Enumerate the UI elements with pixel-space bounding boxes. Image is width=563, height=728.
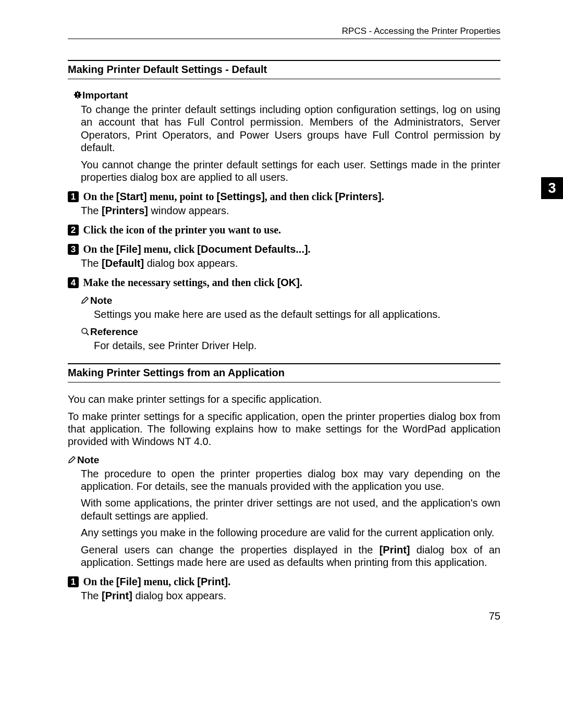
- pencil-icon: [68, 455, 76, 466]
- reference-label: Reference: [90, 326, 138, 337]
- step-text: Click the icon of the printer you want t…: [83, 224, 281, 236]
- important-paragraph-2: You cannot change the printer default se…: [81, 158, 500, 184]
- step-text: .: [228, 576, 230, 587]
- step-text: menu, click: [141, 576, 198, 587]
- step-text: .: [382, 191, 384, 202]
- note2-p2: With some applications, the printer driv…: [81, 497, 500, 522]
- important-paragraph-1: To change the printer default settings i…: [81, 103, 500, 154]
- step-1: 1 On the [Start] menu, point to [Setting…: [68, 191, 500, 203]
- svg-rect-1: [77, 93, 78, 95]
- step-text: menu, click: [141, 243, 198, 255]
- step-number-icon: 1: [68, 191, 79, 202]
- ui-label: [Start]: [116, 191, 147, 202]
- note-label: Note: [77, 454, 99, 465]
- reference-text: For details, see Printer Driver Help.: [94, 339, 500, 352]
- section2-intro-1: You can make printer settings for a spec…: [68, 393, 500, 405]
- section2-step-1-result: The [Print] dialog box appears.: [81, 590, 500, 602]
- important-label: Important: [82, 90, 128, 101]
- section-heading-1: Making Printer Default Settings - Defaul…: [68, 60, 500, 79]
- note2-p1: The procedure to open the printer proper…: [81, 467, 500, 493]
- ui-label: [Print]: [197, 576, 228, 587]
- note-block-2: Note: [68, 454, 500, 466]
- step-number-icon: 2: [68, 225, 79, 236]
- header-text: RPCS - Accessing the Printer Properties: [68, 26, 500, 39]
- svg-line-4: [87, 333, 89, 335]
- step-1-result: The [Printers] window appears.: [81, 205, 500, 217]
- page-header: RPCS - Accessing the Printer Properties: [68, 26, 500, 39]
- pencil-icon: [81, 295, 89, 307]
- step-text: , and then click: [265, 191, 335, 202]
- step-text: .: [308, 243, 311, 255]
- chapter-tab: 3: [541, 177, 563, 199]
- ui-label: [Printers]: [335, 191, 382, 202]
- note-text: Settings you make here are used as the d…: [94, 308, 500, 320]
- page-number: 75: [68, 610, 500, 622]
- important-block: Important To change the printer default …: [68, 90, 500, 183]
- ui-label: [Document Defaults...]: [197, 243, 308, 255]
- section-heading-2: Making Printer Settings from an Applicat…: [68, 363, 500, 382]
- step-text: menu, point to: [147, 191, 217, 202]
- svg-rect-2: [77, 96, 78, 97]
- note-label: Note: [90, 295, 112, 306]
- ui-label: [OK]: [277, 277, 300, 288]
- svg-point-3: [82, 328, 87, 334]
- step-3-result: The [Default] dialog box appears.: [81, 257, 500, 269]
- note-block: Note: [81, 295, 500, 307]
- note2-p4: General users can change the properties …: [81, 544, 500, 569]
- document-page: 3 RPCS - Accessing the Printer Propertie…: [0, 0, 563, 638]
- section2-step-1: 1 On the [File] menu, click [Print].: [68, 576, 500, 588]
- step-3: 3 On the [File] menu, click [Document De…: [68, 243, 500, 255]
- step-text: On the: [83, 243, 116, 255]
- step-number-icon: 4: [68, 277, 79, 288]
- ui-label: [File]: [116, 243, 141, 255]
- note2-p3: Any settings you make in the following p…: [81, 526, 500, 539]
- magnifier-icon: [81, 327, 89, 338]
- ui-label: [Settings]: [217, 191, 265, 202]
- step-text: .: [300, 277, 302, 288]
- step-number-icon: 3: [68, 244, 79, 255]
- section2-intro-2: To make printer settings for a specific …: [68, 410, 500, 448]
- step-2: 2 Click the icon of the printer you want…: [68, 224, 500, 236]
- step-text: On the: [83, 576, 116, 587]
- step-text: On the: [83, 191, 116, 202]
- step-number-icon: 1: [68, 576, 79, 587]
- step-text: Make the necessary settings, and then cl…: [83, 277, 277, 288]
- important-icon: [73, 90, 82, 102]
- reference-block: Reference: [81, 326, 500, 338]
- ui-label: [File]: [116, 576, 141, 587]
- step-4: 4 Make the necessary settings, and then …: [68, 277, 500, 289]
